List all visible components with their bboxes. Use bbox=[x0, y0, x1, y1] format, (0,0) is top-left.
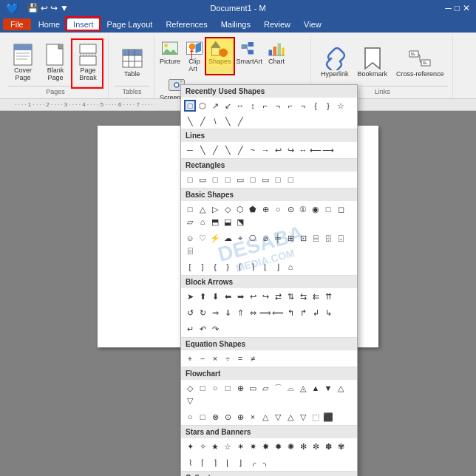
shape-item[interactable]: ↰ bbox=[285, 307, 296, 319]
shape-item[interactable]: △ bbox=[285, 411, 296, 423]
shape-item[interactable]: ⚡ bbox=[209, 232, 221, 244]
shape-item[interactable]: ╲ bbox=[222, 144, 234, 156]
shape-item[interactable]: ➤ bbox=[184, 290, 196, 302]
shape-item[interactable]: ⌍ bbox=[259, 457, 271, 469]
shape-item[interactable]: ↪ bbox=[285, 144, 296, 156]
shape-item[interactable]: ▭ bbox=[247, 382, 259, 394]
shape-item[interactable]: \ bbox=[209, 115, 221, 127]
shape-item[interactable]: − bbox=[197, 353, 208, 364]
shape-item[interactable]: ① bbox=[297, 203, 309, 215]
shape-item[interactable]: ☆ bbox=[222, 441, 234, 452]
shape-item[interactable]: ↲ bbox=[310, 307, 322, 319]
shape-item[interactable]: ➡ bbox=[234, 290, 246, 302]
shape-item[interactable]: ⌇ bbox=[184, 457, 196, 469]
shape-item[interactable]: ⊙ bbox=[285, 203, 296, 215]
shape-item[interactable]: ╱ bbox=[209, 144, 221, 156]
shape-item[interactable]: ▭ bbox=[259, 174, 271, 186]
shape-item[interactable]: ▼ bbox=[322, 382, 334, 394]
shape-item[interactable]: ☁ bbox=[222, 232, 234, 244]
shape-item[interactable]: ⟶ bbox=[322, 144, 334, 156]
shape-item[interactable]: ⌐ bbox=[259, 100, 271, 112]
menu-references[interactable]: References bbox=[160, 18, 213, 30]
shape-item[interactable]: ÷ bbox=[222, 353, 234, 364]
shape-item[interactable]: } bbox=[322, 100, 334, 112]
shape-item[interactable]: ⟹ bbox=[259, 307, 271, 319]
shape-item[interactable]: ⌂ bbox=[197, 216, 208, 228]
shape-item[interactable]: ☺ bbox=[184, 232, 196, 244]
shape-item[interactable]: ⊙ bbox=[222, 411, 234, 423]
shape-item[interactable]: ↩ bbox=[272, 144, 284, 156]
shape-item[interactable]: ⊕ bbox=[259, 203, 271, 215]
shape-item[interactable]: ♡ bbox=[197, 232, 208, 244]
page-break-button[interactable]: PageBreak bbox=[72, 41, 103, 84]
shape-item[interactable]: ⇄ bbox=[272, 290, 284, 302]
shape-item[interactable]: ⇒ bbox=[209, 307, 221, 319]
shape-item[interactable]: ¬ bbox=[272, 100, 284, 112]
shape-item[interactable]: ◬ bbox=[297, 382, 309, 394]
shape-item[interactable]: } bbox=[222, 261, 234, 273]
shapes-button[interactable]: Shapes bbox=[206, 38, 234, 67]
shape-item[interactable]: ⇅ bbox=[285, 290, 296, 302]
shape-item[interactable]: ⇔ bbox=[247, 307, 259, 319]
shape-item[interactable]: ↷ bbox=[209, 323, 221, 335]
menu-home[interactable]: Home bbox=[33, 18, 66, 30]
shape-item[interactable]: ↩ bbox=[247, 290, 259, 302]
close-icon[interactable]: ✕ bbox=[463, 3, 470, 13]
shape-item[interactable]: ▲ bbox=[310, 382, 322, 394]
shape-item[interactable]: ⬒ bbox=[209, 216, 221, 228]
shape-item[interactable]: △ bbox=[335, 382, 347, 394]
shape-item[interactable]: ⬓ bbox=[222, 216, 234, 228]
shape-item[interactable]: □ bbox=[272, 174, 284, 186]
menu-insert[interactable]: Insert bbox=[67, 18, 100, 30]
shape-item[interactable]: × bbox=[209, 353, 221, 364]
menu-review[interactable]: Review bbox=[258, 18, 296, 30]
shape-item[interactable]: ─ bbox=[184, 144, 196, 156]
shape-item[interactable]: ⬡ bbox=[234, 203, 246, 215]
customize-icon[interactable]: ▼ bbox=[60, 3, 69, 13]
shape-item[interactable]: ▽ bbox=[184, 395, 196, 407]
shape-item[interactable]: ✷ bbox=[247, 441, 259, 452]
shape-item[interactable]: ⇈ bbox=[322, 290, 334, 302]
shape-item[interactable]: ⌓ bbox=[285, 382, 296, 394]
shape-item[interactable]: □ bbox=[322, 203, 334, 215]
shape-item[interactable]: ✼ bbox=[310, 441, 322, 452]
shape-item[interactable]: ▷ bbox=[209, 203, 221, 215]
shape-item[interactable]: ⌉ bbox=[209, 457, 221, 469]
shape-item[interactable]: ⌸ bbox=[310, 232, 322, 244]
save-icon[interactable]: 💾 bbox=[27, 3, 38, 13]
shape-item[interactable]: ✽ bbox=[322, 441, 334, 452]
redo-icon[interactable]: ↪ bbox=[50, 3, 58, 13]
shape-item[interactable]: ▱ bbox=[259, 382, 271, 394]
shape-item[interactable]: ⌊ bbox=[259, 261, 271, 273]
shape-item[interactable]: ↙ bbox=[222, 100, 234, 112]
shape-item[interactable]: ⌐ bbox=[285, 100, 296, 112]
shape-item[interactable]: ◇ bbox=[222, 203, 234, 215]
shape-item[interactable]: △ bbox=[197, 203, 208, 215]
shape-item[interactable]: ↔ bbox=[234, 100, 246, 112]
shape-item[interactable]: ▭ bbox=[197, 174, 208, 186]
shape-item[interactable]: ○ bbox=[209, 382, 221, 394]
shape-item[interactable]: ⇆ bbox=[297, 290, 309, 302]
undo-icon[interactable]: ↩ bbox=[41, 3, 48, 13]
shape-item[interactable]: ▽ bbox=[297, 411, 309, 423]
shape-item[interactable]: ✻ bbox=[297, 441, 309, 452]
shape-item[interactable]: ▱ bbox=[184, 216, 196, 228]
shape-item[interactable]: □ bbox=[184, 100, 196, 112]
shape-item[interactable]: ⌂ bbox=[285, 261, 296, 273]
shape-item[interactable]: ⬇ bbox=[209, 290, 221, 302]
shape-item[interactable]: ⊕ bbox=[234, 411, 246, 423]
shape-item[interactable]: ╲ bbox=[184, 115, 196, 127]
shape-item[interactable]: ☆ bbox=[335, 100, 347, 112]
shape-item[interactable]: ↪ bbox=[259, 290, 271, 302]
shape-item[interactable]: ⊗ bbox=[209, 411, 221, 423]
shape-item[interactable]: ✺ bbox=[285, 441, 296, 452]
shape-item[interactable]: ⌻ bbox=[184, 245, 196, 256]
minimize-icon[interactable]: ─ bbox=[445, 3, 452, 13]
shape-item[interactable]: ⌺ bbox=[335, 232, 347, 244]
menu-page-layout[interactable]: Page Layout bbox=[101, 18, 159, 30]
shape-item[interactable]: ¬ bbox=[297, 100, 309, 112]
shape-item[interactable]: ⌋ bbox=[234, 457, 246, 469]
shape-item[interactable]: ↗ bbox=[209, 100, 221, 112]
shape-item[interactable]: ⊕ bbox=[234, 382, 246, 394]
shape-item[interactable]: ⬛ bbox=[322, 411, 334, 423]
